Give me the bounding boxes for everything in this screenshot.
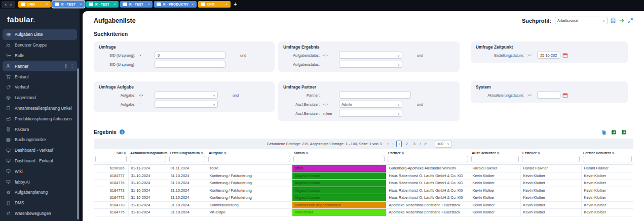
column-header-ausf-benutzer[interactable]: Ausf.Benutzer⇅ [470,149,520,155]
sort-icon[interactable]: ⇅ [224,151,226,155]
sidebar-item-produktionsplanung-anhausen[interactable]: Produktionsplanung Anhausen [3,113,77,124]
sort-icon[interactable]: ⇅ [612,151,615,155]
sidebar-item-verkauf[interactable]: Verkauf [3,82,77,93]
expand-icon[interactable] [627,18,633,24]
sort-icon[interactable]: ⇅ [538,151,540,155]
column-filter-input-sid[interactable] [95,156,127,162]
criteria-input[interactable] [537,52,560,59]
item-menu-icon[interactable]: ⋮ [70,64,74,68]
column-filter-input-status[interactable] [293,156,385,162]
sidebar-item-benutzer-gruppe[interactable]: Benutzer Gruppe [3,40,77,51]
browser-tab-r-test[interactable]: R - TEST× [86,1,119,8]
column-filter-input-ausf-benutzer[interactable] [471,156,519,162]
browser-tab-r-test[interactable]: R - TEST× [52,1,85,8]
export-csv-icon[interactable] [611,129,617,135]
sidebar-item-aufgaben-liste[interactable]: Aufgaben Liste [3,29,77,40]
pager-first-button[interactable]: « [386,142,390,146]
column-filter-input-partner[interactable] [388,156,468,162]
copy-icon[interactable] [601,129,607,135]
table-row[interactable]: 618477531-10-202431.10.2024VK-DispoVerre… [94,209,633,216]
column-filter-input-letzter-benutzer[interactable] [583,156,632,162]
sidebar-scrollbar[interactable] [77,68,79,219]
browser-tab-r-test[interactable]: R - TEST× [120,1,153,8]
sidebar-item-partner[interactable]: Partner∥⋮ [3,61,77,71]
column-header-sid[interactable]: SID⇅ [94,149,128,155]
browser-tab-crm[interactable]: CRM× [18,1,51,8]
column-header-ersteller[interactable]: Ersteller⇅ [520,149,581,155]
table-row[interactable]: 618477831-10-202431.10.2024Kommisionieru… [94,201,633,209]
criteria-input[interactable] [155,52,225,59]
table-row[interactable]: 618477731-10-202431.10.2024Kontierung / … [94,172,633,180]
sort-icon[interactable]: ⇅ [306,151,308,155]
new-tab-button[interactable]: + [234,2,237,7]
tab-close-icon[interactable]: × [146,3,150,7]
browser-tab-crm[interactable]: CRM× [198,1,231,8]
sort-icon[interactable]: ⇅ [124,151,126,155]
tab-close-icon[interactable]: × [79,3,82,7]
tab-close-icon[interactable]: × [224,3,228,7]
sidebar-item-faktura[interactable]: Faktura [3,124,77,135]
pager-prev-button[interactable]: ‹ [392,142,394,146]
criteria-select[interactable] [155,101,218,108]
criteria-select[interactable] [155,92,218,99]
sidebar-item-wiki[interactable]: Wiki [3,166,77,176]
column-header-aktualisierungsdatum[interactable]: Aktualisierungsdatum⇅ [128,149,168,155]
criteria-select[interactable] [339,110,402,117]
column-filter-input-aufgabe[interactable] [208,156,290,162]
save-profile-icon[interactable] [610,18,616,24]
sidebar-item-annahmestellenplanung-unkel[interactable]: Annahmestellenplanung Unkel [3,103,77,114]
table-row[interactable]: 618477631-10-202431.10.2024Kontierung / … [94,180,633,187]
pager-next-button[interactable]: › [419,142,422,146]
sidebar-item-planungsrechnung[interactable]: Planungsrechnung [3,218,77,221]
tab-close-icon[interactable]: × [45,3,48,7]
back-arrow-icon[interactable]: ‹ [5,2,7,8]
criteria-select[interactable] [339,52,402,59]
pager-page-3[interactable]: 3 [411,141,417,147]
sort-icon[interactable]: ⇅ [497,151,499,155]
column-filter-input-ersteller[interactable] [522,156,580,162]
sidebar-item-buchungsmaske[interactable]: Buchungsmaske [3,135,77,145]
calendar-icon[interactable] [562,93,568,98]
table-row[interactable]: 619098601-11-202401.11.2024ToDooffenGute… [94,165,633,172]
drag-handle-icon[interactable]: ∥ [65,64,67,68]
sidebar-item-fabby-ai[interactable]: fabby.AI [3,176,77,187]
sidebar-item-dashboard-verkauf[interactable]: Dashboard - Verkauf [3,145,77,156]
sidebar-item-aufgabenplanung[interactable]: Aufgabenplanung [3,187,77,198]
browser-tab-r-produktiv[interactable]: R - PRODUKTIV× [154,1,197,8]
page-size-select[interactable]: 100 [435,141,452,148]
criteria-input[interactable] [155,61,225,68]
criteria-input[interactable] [537,92,560,99]
column-header-partner[interactable]: Partner⇅ [386,149,470,155]
column-filter-input-erstellungsdatum[interactable] [169,156,205,162]
calendar-icon[interactable] [562,53,568,58]
criteria-input[interactable] [339,92,411,99]
column-filter-input-aktualisierungsdatum[interactable] [130,156,166,162]
criteria-select[interactable]: Admin [339,101,402,108]
sidebar-item-einkauf[interactable]: Einkauf [3,71,77,82]
table-row[interactable]: 618477231-10-202431.10.2024Kontierung / … [94,194,633,202]
tab-close-icon[interactable]: × [112,3,116,7]
sidebar-item-rolle[interactable]: Rolle [3,51,77,61]
table-row[interactable]: 618477331-10-202431.10.2024Kontierung / … [94,187,633,194]
column-header-letzter-benutzer[interactable]: Letzter Benutzer⇅ [581,149,633,155]
pager-last-button[interactable]: » [424,142,427,146]
criteria-select[interactable] [339,61,402,68]
pager-page-1[interactable]: 1 [396,141,402,147]
sidebar-item-dms[interactable]: DMS [3,198,77,208]
pager-page-2[interactable]: 2 [404,141,409,147]
column-header-aufgabe[interactable]: Aufgabe⇅ [207,149,292,155]
sidebar-item-lagerstand[interactable]: Lagerstand [3,93,77,103]
tab-close-icon[interactable]: × [191,3,194,7]
column-header-status[interactable]: Status⇅ [292,149,386,155]
sidebar-item-warenbewegungen[interactable]: Warenbewegungen [3,208,77,219]
forward-arrow-icon[interactable]: › [10,2,12,8]
sort-icon[interactable]: ⇅ [402,151,404,155]
search-profile-select[interactable]: Arbeitsvorrat [555,17,608,24]
export-excel-icon[interactable] [621,129,627,135]
status-cell: Abgeschlossen [292,187,386,194]
run-search-icon[interactable] [619,18,625,24]
sidebar-item-dashboard-einkauf[interactable]: Dashboard - Einkauf [3,156,77,166]
column-header-erstellungsdatum[interactable]: Erstellungsdatum⇅ [168,149,207,155]
info-icon[interactable]: i [120,129,125,135]
sort-icon[interactable]: ⇅ [201,151,203,155]
